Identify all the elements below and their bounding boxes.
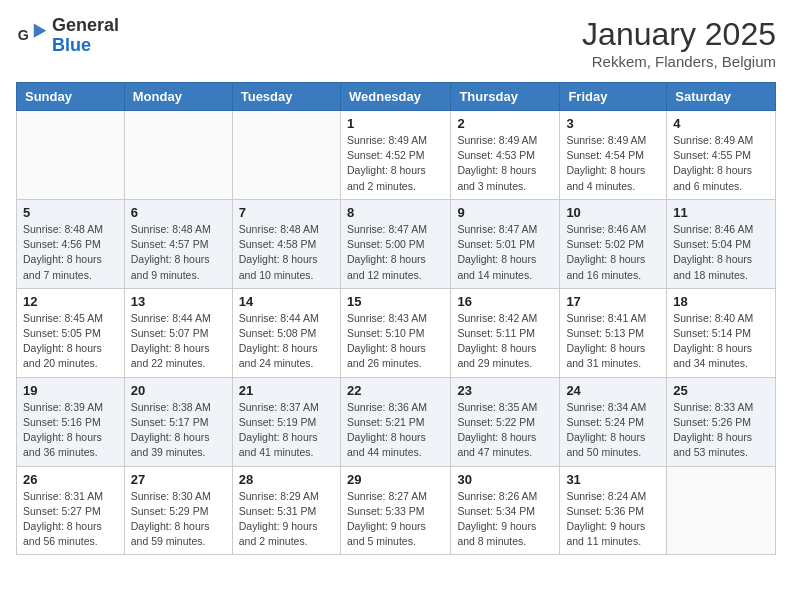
day-info: Sunrise: 8:44 AM Sunset: 5:08 PM Dayligh… bbox=[239, 311, 334, 372]
calendar-cell: 17Sunrise: 8:41 AM Sunset: 5:13 PM Dayli… bbox=[560, 288, 667, 377]
day-number: 2 bbox=[457, 116, 553, 131]
calendar-cell: 22Sunrise: 8:36 AM Sunset: 5:21 PM Dayli… bbox=[340, 377, 450, 466]
day-number: 12 bbox=[23, 294, 118, 309]
day-number: 25 bbox=[673, 383, 769, 398]
day-info: Sunrise: 8:49 AM Sunset: 4:52 PM Dayligh… bbox=[347, 133, 444, 194]
day-number: 21 bbox=[239, 383, 334, 398]
day-info: Sunrise: 8:29 AM Sunset: 5:31 PM Dayligh… bbox=[239, 489, 334, 550]
day-number: 24 bbox=[566, 383, 660, 398]
day-info: Sunrise: 8:38 AM Sunset: 5:17 PM Dayligh… bbox=[131, 400, 226, 461]
day-number: 19 bbox=[23, 383, 118, 398]
day-info: Sunrise: 8:40 AM Sunset: 5:14 PM Dayligh… bbox=[673, 311, 769, 372]
calendar-cell: 30Sunrise: 8:26 AM Sunset: 5:34 PM Dayli… bbox=[451, 466, 560, 555]
day-number: 16 bbox=[457, 294, 553, 309]
day-info: Sunrise: 8:31 AM Sunset: 5:27 PM Dayligh… bbox=[23, 489, 118, 550]
calendar-cell: 11Sunrise: 8:46 AM Sunset: 5:04 PM Dayli… bbox=[667, 199, 776, 288]
weekday-header-row: SundayMondayTuesdayWednesdayThursdayFrid… bbox=[17, 83, 776, 111]
logo-icon: G bbox=[16, 20, 48, 52]
calendar-cell bbox=[17, 111, 125, 200]
day-number: 11 bbox=[673, 205, 769, 220]
calendar-cell: 25Sunrise: 8:33 AM Sunset: 5:26 PM Dayli… bbox=[667, 377, 776, 466]
day-info: Sunrise: 8:37 AM Sunset: 5:19 PM Dayligh… bbox=[239, 400, 334, 461]
day-info: Sunrise: 8:46 AM Sunset: 5:02 PM Dayligh… bbox=[566, 222, 660, 283]
day-number: 18 bbox=[673, 294, 769, 309]
day-info: Sunrise: 8:46 AM Sunset: 5:04 PM Dayligh… bbox=[673, 222, 769, 283]
weekday-header-wednesday: Wednesday bbox=[340, 83, 450, 111]
calendar-cell: 10Sunrise: 8:46 AM Sunset: 5:02 PM Dayli… bbox=[560, 199, 667, 288]
day-number: 26 bbox=[23, 472, 118, 487]
calendar-week-row: 5Sunrise: 8:48 AM Sunset: 4:56 PM Daylig… bbox=[17, 199, 776, 288]
page-header: G General Blue January 2025 Rekkem, Flan… bbox=[16, 16, 776, 70]
day-number: 31 bbox=[566, 472, 660, 487]
calendar-cell: 12Sunrise: 8:45 AM Sunset: 5:05 PM Dayli… bbox=[17, 288, 125, 377]
day-number: 4 bbox=[673, 116, 769, 131]
day-number: 8 bbox=[347, 205, 444, 220]
day-info: Sunrise: 8:49 AM Sunset: 4:53 PM Dayligh… bbox=[457, 133, 553, 194]
day-info: Sunrise: 8:47 AM Sunset: 5:00 PM Dayligh… bbox=[347, 222, 444, 283]
calendar-week-row: 19Sunrise: 8:39 AM Sunset: 5:16 PM Dayli… bbox=[17, 377, 776, 466]
calendar-cell: 2Sunrise: 8:49 AM Sunset: 4:53 PM Daylig… bbox=[451, 111, 560, 200]
logo-blue: Blue bbox=[52, 36, 119, 56]
day-info: Sunrise: 8:49 AM Sunset: 4:55 PM Dayligh… bbox=[673, 133, 769, 194]
calendar-cell bbox=[667, 466, 776, 555]
day-info: Sunrise: 8:34 AM Sunset: 5:24 PM Dayligh… bbox=[566, 400, 660, 461]
calendar-cell: 1Sunrise: 8:49 AM Sunset: 4:52 PM Daylig… bbox=[340, 111, 450, 200]
day-info: Sunrise: 8:30 AM Sunset: 5:29 PM Dayligh… bbox=[131, 489, 226, 550]
day-number: 1 bbox=[347, 116, 444, 131]
calendar-cell: 4Sunrise: 8:49 AM Sunset: 4:55 PM Daylig… bbox=[667, 111, 776, 200]
day-number: 30 bbox=[457, 472, 553, 487]
day-info: Sunrise: 8:47 AM Sunset: 5:01 PM Dayligh… bbox=[457, 222, 553, 283]
day-info: Sunrise: 8:39 AM Sunset: 5:16 PM Dayligh… bbox=[23, 400, 118, 461]
weekday-header-saturday: Saturday bbox=[667, 83, 776, 111]
calendar-cell bbox=[232, 111, 340, 200]
day-info: Sunrise: 8:24 AM Sunset: 5:36 PM Dayligh… bbox=[566, 489, 660, 550]
day-number: 17 bbox=[566, 294, 660, 309]
calendar-cell: 18Sunrise: 8:40 AM Sunset: 5:14 PM Dayli… bbox=[667, 288, 776, 377]
day-number: 9 bbox=[457, 205, 553, 220]
svg-marker-2 bbox=[34, 23, 46, 37]
day-number: 28 bbox=[239, 472, 334, 487]
calendar-cell: 5Sunrise: 8:48 AM Sunset: 4:56 PM Daylig… bbox=[17, 199, 125, 288]
day-info: Sunrise: 8:45 AM Sunset: 5:05 PM Dayligh… bbox=[23, 311, 118, 372]
location: Rekkem, Flanders, Belgium bbox=[582, 53, 776, 70]
day-number: 23 bbox=[457, 383, 553, 398]
weekday-header-friday: Friday bbox=[560, 83, 667, 111]
calendar-week-row: 1Sunrise: 8:49 AM Sunset: 4:52 PM Daylig… bbox=[17, 111, 776, 200]
calendar-cell: 24Sunrise: 8:34 AM Sunset: 5:24 PM Dayli… bbox=[560, 377, 667, 466]
day-number: 5 bbox=[23, 205, 118, 220]
calendar-cell: 23Sunrise: 8:35 AM Sunset: 5:22 PM Dayli… bbox=[451, 377, 560, 466]
calendar-cell: 9Sunrise: 8:47 AM Sunset: 5:01 PM Daylig… bbox=[451, 199, 560, 288]
day-info: Sunrise: 8:43 AM Sunset: 5:10 PM Dayligh… bbox=[347, 311, 444, 372]
calendar-cell: 8Sunrise: 8:47 AM Sunset: 5:00 PM Daylig… bbox=[340, 199, 450, 288]
day-info: Sunrise: 8:48 AM Sunset: 4:56 PM Dayligh… bbox=[23, 222, 118, 283]
logo: G General Blue bbox=[16, 16, 119, 56]
calendar-week-row: 12Sunrise: 8:45 AM Sunset: 5:05 PM Dayli… bbox=[17, 288, 776, 377]
calendar-cell: 3Sunrise: 8:49 AM Sunset: 4:54 PM Daylig… bbox=[560, 111, 667, 200]
logo-general: General bbox=[52, 16, 119, 36]
calendar-cell: 14Sunrise: 8:44 AM Sunset: 5:08 PM Dayli… bbox=[232, 288, 340, 377]
day-number: 7 bbox=[239, 205, 334, 220]
day-info: Sunrise: 8:49 AM Sunset: 4:54 PM Dayligh… bbox=[566, 133, 660, 194]
day-number: 13 bbox=[131, 294, 226, 309]
day-info: Sunrise: 8:44 AM Sunset: 5:07 PM Dayligh… bbox=[131, 311, 226, 372]
calendar-week-row: 26Sunrise: 8:31 AM Sunset: 5:27 PM Dayli… bbox=[17, 466, 776, 555]
day-number: 20 bbox=[131, 383, 226, 398]
day-number: 10 bbox=[566, 205, 660, 220]
day-number: 22 bbox=[347, 383, 444, 398]
calendar-cell: 13Sunrise: 8:44 AM Sunset: 5:07 PM Dayli… bbox=[124, 288, 232, 377]
day-info: Sunrise: 8:42 AM Sunset: 5:11 PM Dayligh… bbox=[457, 311, 553, 372]
day-number: 15 bbox=[347, 294, 444, 309]
day-number: 6 bbox=[131, 205, 226, 220]
day-info: Sunrise: 8:48 AM Sunset: 4:58 PM Dayligh… bbox=[239, 222, 334, 283]
title-block: January 2025 Rekkem, Flanders, Belgium bbox=[582, 16, 776, 70]
day-info: Sunrise: 8:26 AM Sunset: 5:34 PM Dayligh… bbox=[457, 489, 553, 550]
calendar-cell: 6Sunrise: 8:48 AM Sunset: 4:57 PM Daylig… bbox=[124, 199, 232, 288]
calendar-cell: 29Sunrise: 8:27 AM Sunset: 5:33 PM Dayli… bbox=[340, 466, 450, 555]
calendar-table: SundayMondayTuesdayWednesdayThursdayFrid… bbox=[16, 82, 776, 555]
calendar-cell: 15Sunrise: 8:43 AM Sunset: 5:10 PM Dayli… bbox=[340, 288, 450, 377]
day-number: 29 bbox=[347, 472, 444, 487]
day-info: Sunrise: 8:33 AM Sunset: 5:26 PM Dayligh… bbox=[673, 400, 769, 461]
weekday-header-tuesday: Tuesday bbox=[232, 83, 340, 111]
day-info: Sunrise: 8:41 AM Sunset: 5:13 PM Dayligh… bbox=[566, 311, 660, 372]
weekday-header-monday: Monday bbox=[124, 83, 232, 111]
